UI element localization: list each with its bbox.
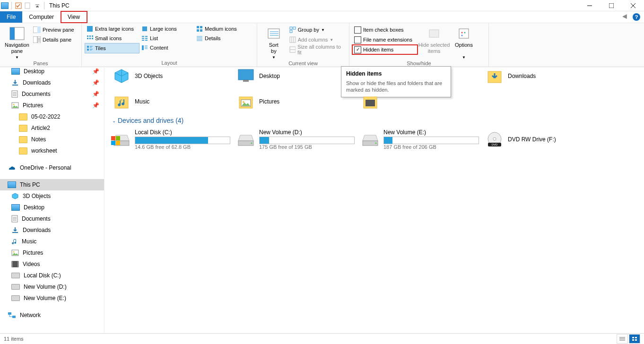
layout-large[interactable]: Large icons [139, 24, 194, 34]
nav-thispc-documents[interactable]: Documents [0, 213, 104, 224]
nav-thispc-videos[interactable]: Videos [0, 258, 104, 270]
drive-tile-f[interactable]: DVDDVD RW Drive (F:) [482, 127, 597, 152]
layout-details[interactable]: Details [194, 34, 249, 43]
svg-rect-17 [197, 26, 199, 28]
view-tiles-icon[interactable] [629, 334, 640, 344]
navigation-pane[interactable]: Desktop📌Downloads📌Documents📌Pictures📌05-… [0, 66, 104, 333]
nav-thispc-new-volume-d-[interactable]: New Volume (D:) [0, 281, 104, 292]
nav-network[interactable]: Network [0, 310, 104, 321]
sort-by-button[interactable]: Sort by▼ [260, 24, 287, 60]
svg-text:DVD: DVD [492, 143, 498, 146]
tab-file[interactable]: File [0, 11, 22, 23]
nav-quick-05-02-2022[interactable]: 05-02-2022 [0, 111, 104, 122]
file-name-extensions-toggle[interactable]: File name extensions [352, 35, 418, 44]
maximize-button[interactable] [600, 0, 622, 11]
svg-rect-1 [25, 3, 30, 9]
status-bar: 11 items [0, 333, 644, 344]
size-all-columns-button: Size all columns to fit [287, 45, 346, 54]
svg-point-62 [464, 32, 466, 34]
title-bar: This PC [0, 0, 644, 11]
folder-tile-desktop[interactable]: Desktop [234, 64, 348, 88]
svg-rect-95 [111, 136, 115, 140]
svg-rect-98 [116, 141, 120, 145]
svg-rect-59 [429, 30, 439, 37]
svg-rect-16 [142, 26, 147, 31]
view-details-icon[interactable] [617, 334, 628, 344]
svg-rect-81 [8, 312, 11, 315]
nav-thispc-3d-objects[interactable]: 3D Objects [0, 190, 104, 202]
help-icon[interactable]: ? [633, 13, 640, 21]
qat-dropdown-icon[interactable] [34, 2, 41, 9]
tab-computer[interactable]: Computer [22, 11, 61, 23]
drive-tile-c[interactable]: Local Disk (C:)14.6 GB free of 62.8 GB [109, 127, 224, 152]
minimize-button[interactable] [579, 0, 600, 11]
layout-list[interactable]: List [139, 34, 194, 43]
layout-content[interactable]: Content [139, 43, 194, 52]
qat-checkbox-icon[interactable] [15, 2, 22, 9]
svg-rect-110 [632, 337, 634, 338]
nav-quick-desktop[interactable]: Desktop📌 [0, 66, 104, 77]
options-button[interactable]: Options▼ [451, 24, 477, 60]
folder-tile-downloads[interactable]: Downloads [482, 64, 597, 88]
svg-point-100 [251, 143, 252, 144]
hidden-items-toggle[interactable]: ✓Hidden items [352, 45, 418, 54]
svg-rect-64 [12, 85, 18, 86]
layout-small[interactable]: Small icons [85, 34, 139, 43]
folder-tile-videos-partial[interactable] [358, 89, 473, 114]
svg-rect-21 [87, 35, 88, 37]
nav-thispc-downloads[interactable]: Downloads [0, 224, 104, 236]
folder-tile-3d-objects[interactable]: 3D Objects [109, 64, 224, 88]
tab-view[interactable]: View [61, 11, 87, 23]
svg-rect-52 [293, 27, 296, 29]
window-title: This PC [49, 2, 70, 9]
drive-tile-e[interactable]: New Volume (E:)187 GB free of 206 GB [358, 127, 473, 152]
nav-quick-notes[interactable]: Notes [0, 134, 104, 145]
qat-blank-icon[interactable] [24, 2, 32, 9]
svg-rect-37 [87, 46, 89, 48]
group-by-button[interactable]: Group by ▼ [287, 25, 346, 34]
group-layout: Extra large icons Large icons Medium ico… [82, 23, 257, 67]
nav-quick-documents[interactable]: Documents📌 [0, 88, 104, 100]
details-pane-button[interactable]: Details pane [31, 35, 76, 44]
nav-quick-article2[interactable]: Article2 [0, 122, 104, 134]
svg-rect-19 [197, 29, 199, 32]
svg-rect-3 [609, 3, 614, 8]
preview-pane-button[interactable]: Preview pane [31, 25, 76, 34]
svg-point-61 [461, 32, 463, 34]
svg-rect-75 [12, 232, 18, 233]
folder-tile-music[interactable]: Music [109, 89, 224, 114]
nav-thispc-local-disk-c-[interactable]: Local Disk (C:) [0, 270, 104, 281]
minimize-ribbon-icon[interactable]: ⯇ [622, 14, 628, 20]
close-button[interactable] [622, 0, 644, 11]
svg-rect-79 [12, 261, 13, 267]
nav-thispc-desktop[interactable]: Desktop [0, 202, 104, 213]
layout-tiles[interactable]: Tiles [85, 43, 139, 53]
folder-tile-pictures[interactable]: Pictures [234, 89, 348, 114]
svg-rect-78 [12, 261, 18, 267]
svg-rect-80 [17, 261, 18, 267]
nav-pane-label: Navigation pane [5, 42, 29, 54]
layout-extra-large[interactable]: Extra large icons [85, 24, 139, 34]
item-check-boxes-toggle[interactable]: Item check boxes [352, 25, 418, 34]
nav-thispc-pictures[interactable]: Pictures [0, 247, 104, 258]
svg-point-77 [13, 251, 15, 253]
add-columns-button: Add columns ▼ [287, 35, 346, 44]
svg-rect-43 [142, 45, 144, 50]
section-devices-drives[interactable]: ⌄Devices and drives (4) [109, 114, 644, 127]
layout-medium[interactable]: Medium icons [194, 24, 249, 34]
navigation-pane-button[interactable]: Navigation pane▼ [3, 24, 31, 60]
nav-thispc-music[interactable]: Music [0, 236, 104, 247]
svg-rect-25 [89, 38, 91, 39]
svg-rect-23 [92, 35, 93, 37]
nav-thispc-new-volume-e-[interactable]: New Volume (E:) [0, 292, 104, 304]
group-panes: Navigation pane▼ Preview pane Details pa… [0, 23, 82, 67]
drive-tile-d[interactable]: New Volume (D:)175 GB free of 195 GB [234, 127, 348, 152]
nav-onedrive[interactable]: OneDrive - Personal [0, 162, 104, 173]
nav-quick-pictures[interactable]: Pictures📌 [0, 100, 104, 111]
svg-point-104 [493, 138, 496, 140]
nav-quick-downloads[interactable]: Downloads📌 [0, 77, 104, 88]
nav-quick-worksheet[interactable]: worksheet [0, 145, 104, 156]
svg-point-102 [375, 143, 377, 144]
content-area[interactable]: 3D ObjectsDesktopDownloads MusicPictures… [104, 66, 644, 333]
nav-this-pc[interactable]: This PC [0, 179, 104, 190]
